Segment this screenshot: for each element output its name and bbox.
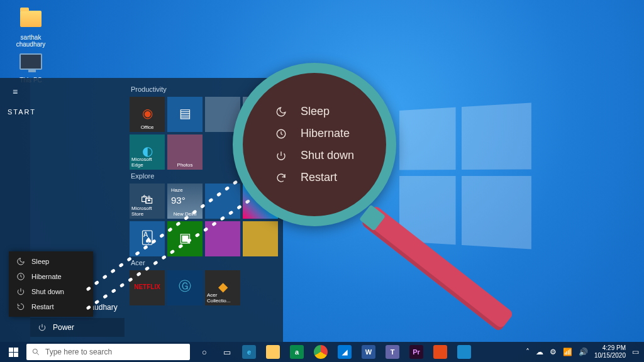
tile-group-acer: Acer [131, 259, 277, 266]
taskbar-app-word[interactable]: W [357, 342, 380, 362]
taskbar: Type here to search ○ ▭ e a ◢ W T Pr ˄ ☁… [0, 342, 644, 362]
magnifier-annotation: Sleep Hibernate Shut down Restart [233, 63, 415, 245]
svg-point-3 [33, 349, 37, 353]
power-option-sleep[interactable]: Sleep [9, 254, 93, 269]
magnified-hibernate: Hibernate [274, 127, 386, 140]
volume-icon[interactable]: 🔊 [579, 348, 588, 356]
desktop-icon-label: sarthak chaudhary [9, 34, 53, 48]
tile-netflix[interactable]: NETFLIX [130, 270, 165, 305]
power-option-shutdown[interactable]: Shut down [9, 284, 93, 299]
taskbar-app-generic[interactable] [429, 342, 452, 362]
start-label: START [0, 102, 30, 122]
date-text: 10/15/2020 [594, 352, 626, 359]
clock-icon [16, 272, 25, 281]
tile-acer-collection[interactable]: ◆Acer Collectio... [205, 270, 240, 305]
cortana-button[interactable]: ○ [194, 342, 215, 362]
magnified-shutdown: Shut down [274, 149, 386, 162]
clock-icon [274, 128, 288, 140]
tile-generic[interactable]: ▤ [167, 97, 203, 132]
power-option-hibernate[interactable]: Hibernate [9, 269, 93, 284]
power-icon [16, 287, 25, 296]
magnified-sleep: Sleep [274, 105, 386, 118]
tile-xbox[interactable]: ▣ [167, 221, 203, 256]
tile-weather[interactable]: Haze 93° New Delhi [167, 184, 203, 219]
task-view-button[interactable]: ▭ [216, 342, 238, 362]
search-box[interactable]: Type here to search [26, 344, 190, 360]
taskbar-app-generic[interactable] [453, 342, 475, 362]
chevron-up-icon[interactable]: ˄ [526, 348, 530, 356]
power-options-popup: Sleep Hibernate Shut down Restart [9, 251, 93, 317]
moon-icon [16, 257, 25, 266]
folder-icon [20, 11, 42, 27]
onedrive-icon[interactable]: ☁ [536, 348, 543, 356]
hamburger-icon[interactable]: ≡ [0, 82, 30, 102]
tile-office[interactable]: ◉Office [130, 97, 165, 132]
power-button[interactable]: Power [30, 318, 125, 337]
tile-store[interactable]: 🛍Microsoft Store [130, 184, 165, 219]
clock[interactable]: 4:29 PM 10/15/2020 [594, 344, 626, 359]
restart-icon [274, 172, 288, 184]
power-icon [38, 323, 47, 332]
taskbar-pinned-apps: e a ◢ W T Pr [238, 342, 475, 362]
taskbar-app-explorer[interactable] [262, 342, 284, 362]
pc-icon [19, 53, 42, 70]
taskbar-app-acer[interactable]: a [286, 342, 308, 362]
search-icon [31, 348, 40, 356]
taskbar-app-teams[interactable]: T [381, 342, 404, 362]
taskbar-app-vscode[interactable]: ◢ [333, 342, 356, 362]
search-placeholder: Type here to search [45, 348, 112, 356]
tile-solitaire[interactable]: 🂡 [130, 221, 165, 256]
restart-icon [16, 302, 25, 311]
notifications-icon[interactable]: ▭ [632, 348, 639, 356]
tile-photos[interactable]: Photos [167, 134, 203, 170]
wifi-icon[interactable]: ⚙ [550, 348, 557, 356]
tile-acer-g[interactable]: Ⓖ [167, 270, 203, 305]
moon-icon [274, 106, 288, 118]
magnified-restart: Restart [274, 171, 386, 184]
tile-edge[interactable]: ◐Microsoft Edge [130, 134, 165, 170]
power-icon [274, 150, 288, 162]
network-icon[interactable]: 📶 [563, 348, 572, 356]
taskbar-app-chrome[interactable] [309, 342, 332, 362]
start-button[interactable] [0, 342, 26, 362]
time-text: 4:29 PM [594, 344, 626, 352]
power-option-restart[interactable]: Restart [9, 299, 93, 314]
windows-logo-wallpaper [399, 102, 531, 249]
windows-icon [9, 348, 18, 357]
system-tray[interactable]: ˄ ☁ ⚙ 📶 🔊 4:29 PM 10/15/2020 ▭ [521, 344, 644, 359]
desktop-icon-user-folder[interactable]: sarthak chaudhary [9, 6, 53, 48]
taskbar-app-premiere[interactable]: Pr [405, 342, 428, 362]
start-menu-left: sarthak chaudhary Sleep Hibernate Shut d… [30, 78, 125, 342]
magnifier-lens: Sleep Hibernate Shut down Restart [233, 63, 396, 226]
taskbar-app-edge[interactable]: e [238, 342, 260, 362]
